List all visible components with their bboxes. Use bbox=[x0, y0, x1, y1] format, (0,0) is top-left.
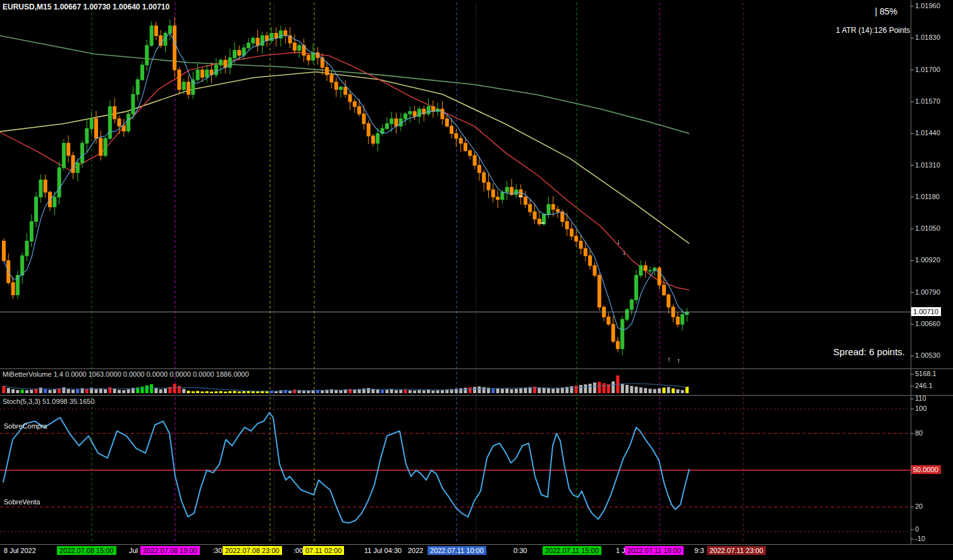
oversold-zone-label: SobreVenta bbox=[4, 498, 40, 506]
time-label: 11 Jul 04:30 bbox=[364, 547, 402, 554]
session-time-label: 2022.07.08 19:00 bbox=[140, 546, 200, 555]
price-axis-label: 1.01180 bbox=[915, 193, 940, 200]
price-axis-label: 1.01050 bbox=[915, 224, 940, 232]
session-time-label: 2022.07.11 23:00 bbox=[707, 546, 766, 555]
time-label: 0:30 bbox=[513, 547, 527, 554]
stoch-indicator-header: Stoch(5,3,3) 51.0998 35.1650 bbox=[3, 398, 95, 406]
price-axis-label: 1.00660 bbox=[915, 320, 940, 327]
symbol-period-ohlc-header: EURUSD,M15 1.00667 1.00730 1.00640 1.007… bbox=[3, 3, 169, 11]
price-axis-label: 1.01830 bbox=[915, 33, 940, 41]
mt4-chart-window: ↓↓↑↑ EURUSD,M15 1.00667 1.00730 1.00640 … bbox=[0, 0, 953, 560]
svg-text:↓: ↓ bbox=[617, 238, 620, 245]
session-time-label: 2022.07.11 19:00 bbox=[625, 546, 684, 555]
session-time-label: 2022.07.08 23:00 bbox=[223, 546, 282, 555]
time-label: 8 Jul 2022 bbox=[4, 547, 36, 554]
indicator-axis-label: 100 bbox=[915, 405, 926, 412]
price-axis-label: 1.00530 bbox=[915, 351, 940, 359]
time-axis[interactable]: 8 Jul 2022Jul:30:0011 Jul 04:3020220:301… bbox=[0, 545, 953, 560]
stoch-level-badge: 50.0000 bbox=[911, 465, 941, 474]
time-label: :30 bbox=[212, 547, 222, 554]
time-label: 2022 bbox=[408, 547, 423, 554]
price-axis-label: 1.01960 bbox=[915, 2, 940, 9]
session-time-label: 07.11 02:00 bbox=[303, 546, 344, 555]
spread-label: Spread: 6 points. bbox=[833, 346, 905, 357]
time-label: Jul bbox=[129, 547, 138, 554]
percent-indicator-label: | 85% bbox=[875, 8, 897, 16]
price-axis-label: 1.01700 bbox=[915, 66, 940, 73]
svg-text:↑: ↑ bbox=[677, 356, 680, 364]
time-label: :00 bbox=[293, 547, 303, 554]
indicator-axis-label: 80 bbox=[915, 429, 923, 437]
indicator-axis-label: 110 bbox=[915, 394, 926, 402]
atr-indicator-label: 1 ATR (14):126 Points bbox=[836, 27, 910, 35]
price-axis-label: 1.01570 bbox=[915, 97, 940, 105]
overbought-zone-label: SobreCompra bbox=[4, 422, 47, 430]
indicator-axis-label: 5168.1 bbox=[915, 370, 937, 377]
session-time-label: 2022.07.08 15:00 bbox=[57, 546, 116, 555]
price-axis-label: 1.00920 bbox=[915, 256, 940, 264]
svg-text:↓: ↓ bbox=[622, 248, 626, 256]
time-label: 9:3 bbox=[694, 547, 704, 554]
session-time-label: 2022.07.11 15:00 bbox=[543, 546, 601, 555]
indicator-axis-label: 0 bbox=[915, 525, 919, 533]
indicator-axis-label: 246.1 bbox=[915, 382, 933, 389]
price-axis-label: 1.00790 bbox=[915, 288, 940, 296]
indicator-axis-label: 20 bbox=[915, 502, 923, 510]
indicator-axis-label: -10 bbox=[915, 535, 925, 542]
chart-plot-area[interactable]: ↓↓↑↑ bbox=[0, 0, 953, 560]
price-axis-label: 1.01310 bbox=[915, 161, 940, 169]
current-price-badge: 1.00710 bbox=[911, 307, 941, 316]
session-time-label: 2022.07.11 10:00 bbox=[427, 546, 486, 555]
time-label: 1 J bbox=[616, 547, 625, 554]
price-axis-label: 1.01440 bbox=[915, 129, 940, 137]
volume-indicator-header: MiBetterVolume 1.4 0.0000 1063.0000 0.00… bbox=[3, 370, 249, 379]
svg-text:↑: ↑ bbox=[667, 355, 671, 363]
